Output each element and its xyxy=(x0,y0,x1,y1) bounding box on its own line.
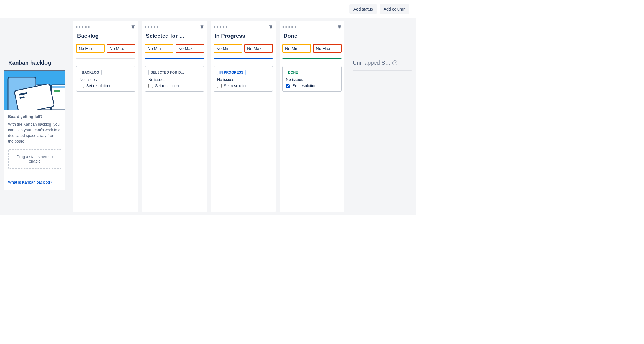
kanban-backlog-card: Board getting full? With the Kanban back… xyxy=(4,70,65,190)
column-max-limit[interactable]: No Max xyxy=(176,44,204,53)
drag-handle-icon[interactable]: ● ● ● ● ●● ● ● ● ● xyxy=(145,26,159,28)
set-resolution-toggle[interactable]: Set resolution xyxy=(286,84,338,88)
column-backlog: ● ● ● ● ●● ● ● ● ● Backlog No Min No Max… xyxy=(73,21,138,212)
kanban-backlog-title: Kanban backlog xyxy=(4,18,65,70)
column-max-limit[interactable]: No Max xyxy=(313,44,342,53)
add-status-button[interactable]: Add status xyxy=(349,4,377,14)
delete-column-icon[interactable] xyxy=(200,24,204,29)
set-resolution-checkbox[interactable] xyxy=(80,84,84,88)
set-resolution-checkbox[interactable] xyxy=(286,84,290,88)
column-done: ● ● ● ● ●● ● ● ● ● Done No Min No Max DO… xyxy=(280,21,344,212)
board-config-area: Kanban backlog xyxy=(0,18,416,215)
kanban-backlog-panel: Kanban backlog xyxy=(0,18,69,190)
status-lozenge: BACKLOG xyxy=(80,70,102,75)
kanban-backlog-dropzone[interactable]: Drag a status here to enable xyxy=(8,149,61,169)
status-lozenge: SELECTED FOR D… xyxy=(148,70,186,75)
set-resolution-toggle[interactable]: Set resolution xyxy=(80,84,132,88)
set-resolution-toggle[interactable]: Set resolution xyxy=(217,84,269,88)
column-min-limit[interactable]: No Min xyxy=(145,44,173,53)
column-divider xyxy=(76,58,135,59)
drag-handle-icon[interactable]: ● ● ● ● ●● ● ● ● ● xyxy=(76,26,90,28)
set-resolution-label: Set resolution xyxy=(155,84,179,88)
drag-handle-icon[interactable]: ● ● ● ● ●● ● ● ● ● xyxy=(214,26,227,28)
status-issue-count: No issues xyxy=(80,77,132,82)
column-max-limit[interactable]: No Max xyxy=(244,44,273,53)
column-in-progress: ● ● ● ● ●● ● ● ● ● In Progress No Min No… xyxy=(211,21,276,212)
kanban-backlog-lead: Board getting full? xyxy=(8,114,61,119)
column-divider xyxy=(282,58,342,59)
status-issue-count: No issues xyxy=(148,77,201,82)
status-issue-count: No issues xyxy=(217,77,269,82)
set-resolution-label: Set resolution xyxy=(293,84,316,88)
status-lozenge: DONE xyxy=(286,70,300,75)
delete-column-icon[interactable] xyxy=(268,24,273,29)
delete-column-icon[interactable] xyxy=(131,24,135,29)
unmapped-title: Unmapped S… xyxy=(353,60,391,66)
status-issue-count: No issues xyxy=(286,77,338,82)
top-actions: Add status Add column xyxy=(0,0,416,18)
kanban-backlog-illustration xyxy=(4,71,65,110)
column-divider xyxy=(214,58,273,59)
set-resolution-checkbox[interactable] xyxy=(148,84,153,88)
delete-column-icon[interactable] xyxy=(337,24,342,29)
unmapped-divider xyxy=(353,70,412,71)
column-title[interactable]: Backlog xyxy=(76,31,135,44)
column-max-limit[interactable]: No Max xyxy=(107,44,135,53)
status-card[interactable]: SELECTED FOR D… No issues Set resolution xyxy=(145,66,204,92)
column-title[interactable]: In Progress xyxy=(214,31,273,44)
status-card[interactable]: IN PROGRESS No issues Set resolution xyxy=(214,66,273,92)
unmapped-statuses-panel: Unmapped S… ? xyxy=(344,18,416,71)
column-min-limit[interactable]: No Min xyxy=(282,44,311,53)
svg-rect-4 xyxy=(52,86,65,88)
kanban-backlog-help-link[interactable]: What is Kanban backlog? xyxy=(8,180,52,184)
column-divider xyxy=(145,58,204,59)
set-resolution-label: Set resolution xyxy=(86,84,110,88)
drag-handle-icon[interactable]: ● ● ● ● ●● ● ● ● ● xyxy=(282,26,296,28)
column-title[interactable]: Selected for … xyxy=(145,31,204,44)
status-lozenge: IN PROGRESS xyxy=(217,70,246,75)
set-resolution-toggle[interactable]: Set resolution xyxy=(148,84,201,88)
column-min-limit[interactable]: No Min xyxy=(214,44,242,53)
columns-container: ● ● ● ● ●● ● ● ● ● Backlog No Min No Max… xyxy=(69,18,344,212)
svg-rect-5 xyxy=(54,90,60,92)
status-card[interactable]: BACKLOG No issues Set resolution xyxy=(76,66,135,92)
column-selected-for-dev: ● ● ● ● ●● ● ● ● ● Selected for … No Min… xyxy=(142,21,207,212)
set-resolution-label: Set resolution xyxy=(224,84,248,88)
column-min-limit[interactable]: No Min xyxy=(76,44,105,53)
help-icon[interactable]: ? xyxy=(392,60,397,65)
set-resolution-checkbox[interactable] xyxy=(217,84,222,88)
add-column-button[interactable]: Add column xyxy=(380,4,409,14)
kanban-backlog-description: With the Kanban backlog, you can plan yo… xyxy=(8,122,61,144)
status-card[interactable]: DONE No issues Set resolution xyxy=(282,66,342,92)
column-title[interactable]: Done xyxy=(282,31,342,44)
